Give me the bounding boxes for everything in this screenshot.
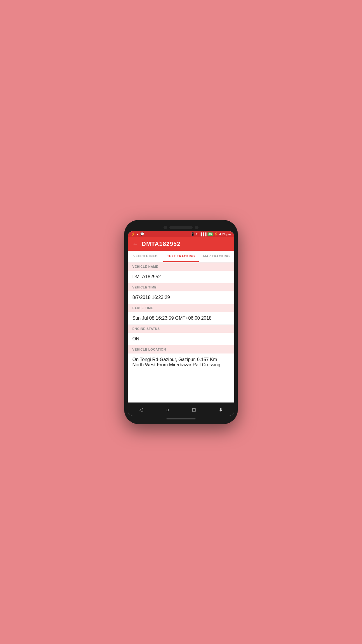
phone-camera <box>164 226 167 229</box>
vehicle-name-value: DMTA182952 <box>128 271 234 283</box>
vibrate-icon: 📳 <box>191 232 195 236</box>
nav-home-button[interactable]: ○ <box>161 406 174 414</box>
status-left-icons: ⚡ ♥ 💬 <box>131 232 144 236</box>
page-title: DMTA182952 <box>142 241 180 247</box>
status-bar: ⚡ ♥ 💬 📳 ⊕ ▐▐▐ 3G ⚡ 4:24 pm <box>128 231 234 237</box>
phone-screen: ⚡ ♥ 💬 📳 ⊕ ▐▐▐ 3G ⚡ 4:24 pm ← DMTA182952 … <box>128 231 234 416</box>
tab-text-tracking[interactable]: TEXT TRACKING <box>163 251 199 262</box>
parse-time-value: Sun Jul 08 16:23:59 GMT+06:00 2018 <box>128 312 234 325</box>
vehicle-time-value: 8/7/2018 16:23:29 <box>128 291 234 304</box>
battery-icon: 3G <box>208 232 213 236</box>
phone-bottom-bar <box>128 416 234 421</box>
phone-speaker <box>169 226 193 229</box>
charge-icon: ⚡ <box>214 232 218 236</box>
back-button[interactable]: ← <box>132 241 138 247</box>
vehicle-time-row: VEHICLE TIME 8/7/2018 16:23:29 <box>128 283 234 304</box>
engine-status-label: ENGINE STATUS <box>128 325 234 333</box>
vehicle-location-label: VEHICLE LOCATION <box>128 345 234 354</box>
tabs-container: VEHICLE INFO TEXT TRACKING MAP TRACKING <box>128 251 234 262</box>
vehicle-name-row: VEHICLE NAME DMTA182952 <box>128 262 234 283</box>
chat-icon: 💬 <box>140 232 144 236</box>
signal-icon: ▐▐▐ <box>200 232 206 236</box>
usb-icon: ⚡ <box>131 232 135 236</box>
home-indicator <box>166 418 196 419</box>
phone-camera-2 <box>195 226 198 229</box>
tab-vehicle-info[interactable]: VEHICLE INFO <box>128 251 163 262</box>
vehicle-time-label: VEHICLE TIME <box>128 283 234 291</box>
phone-top-bar <box>128 223 234 231</box>
vehicle-name-label: VEHICLE NAME <box>128 262 234 271</box>
nav-recents-button[interactable]: □ <box>188 406 200 414</box>
vehicle-location-value: On Tongi Rd-Gazipur, Gazipur, 0.157 Km N… <box>128 354 234 371</box>
health-icon: ♥ <box>137 232 139 236</box>
vehicle-location-row: VEHICLE LOCATION On Tongi Rd-Gazipur, Ga… <box>128 345 234 371</box>
content-area: VEHICLE NAME DMTA182952 VEHICLE TIME 8/7… <box>128 262 234 402</box>
engine-status-value: ON <box>128 333 234 345</box>
app-header: ← DMTA182952 <box>128 237 234 251</box>
time: 4:24 pm <box>219 232 231 236</box>
parse-time-row: PARSE TIME Sun Jul 08 16:23:59 GMT+06:00… <box>128 304 234 325</box>
wifi-icon: ⊕ <box>196 232 198 236</box>
parse-time-label: PARSE TIME <box>128 304 234 312</box>
status-right-icons: 📳 ⊕ ▐▐▐ 3G ⚡ 4:24 pm <box>191 232 231 236</box>
tab-map-tracking[interactable]: MAP TRACKING <box>199 251 234 262</box>
engine-status-row: ENGINE STATUS ON <box>128 325 234 345</box>
nav-download-button[interactable]: ⬇ <box>214 405 228 414</box>
nav-back-button[interactable]: ◁ <box>134 405 148 414</box>
phone-frame: ⚡ ♥ 💬 📳 ⊕ ▐▐▐ 3G ⚡ 4:24 pm ← DMTA182952 … <box>124 220 238 424</box>
nav-bar: ◁ ○ □ ⬇ <box>128 402 234 416</box>
